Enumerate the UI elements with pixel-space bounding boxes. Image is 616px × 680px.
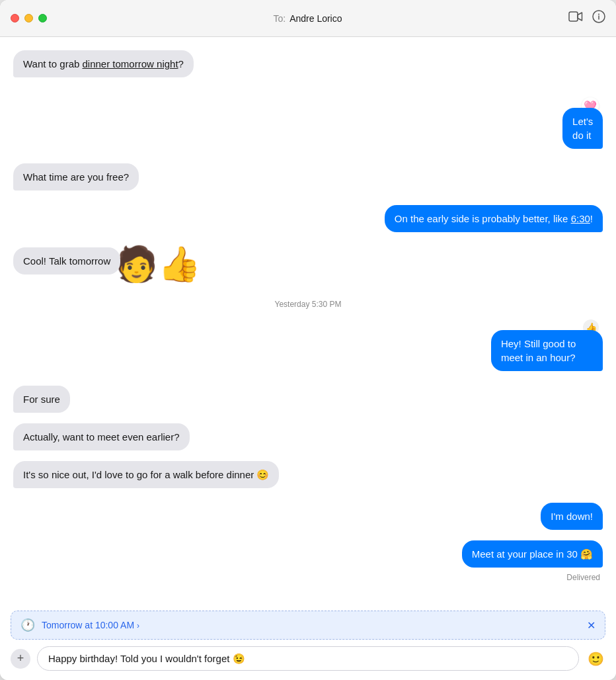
video-camera-icon[interactable] xyxy=(568,11,583,25)
message-bubble: I'm down! xyxy=(541,503,603,530)
to-label: To: xyxy=(273,13,286,24)
scheduled-close-button[interactable]: ✕ xyxy=(587,619,596,632)
messages-area: Want to grab dinner tomorrow night? 🩷 Le… xyxy=(0,37,616,605)
maximize-button[interactable] xyxy=(38,14,47,22)
recipient-name: Andre Lorico xyxy=(289,13,342,24)
message-bubble: On the early side is probably better, li… xyxy=(385,205,603,232)
message-bubble: Hey! Still good to meet in an hour? xyxy=(491,330,603,371)
message-bubble: Cool! Talk tomorrow xyxy=(13,247,120,275)
message-row: Actually, want to meet even earlier? xyxy=(13,423,603,450)
titlebar-actions xyxy=(568,10,605,26)
add-attachment-button[interactable]: + xyxy=(11,649,30,669)
message-input[interactable] xyxy=(37,646,579,671)
message-bubble: Want to grab dinner tomorrow night? xyxy=(13,50,194,77)
message-row: Cool! Talk tomorrow 🧑👍 xyxy=(13,247,603,275)
minimize-button[interactable] xyxy=(24,14,33,22)
message-row: 🩷 Let's do it xyxy=(13,97,603,149)
memoji-sticker: 🧑👍 xyxy=(115,247,201,281)
message-bubble: For sure xyxy=(13,386,70,413)
message-bubble: Meet at your place in 30 🤗 xyxy=(462,540,603,568)
input-area: + 🙂 xyxy=(0,640,616,680)
svg-rect-0 xyxy=(569,12,578,21)
message-bubble: Let's do it xyxy=(562,108,603,149)
message-bubble: It's so nice out, I'd love to go for a w… xyxy=(13,461,279,488)
chevron-right-icon: › xyxy=(137,621,139,630)
message-row: It's so nice out, I'd love to go for a w… xyxy=(13,461,603,488)
traffic-lights xyxy=(11,14,47,22)
titlebar-center: To: Andre Lorico xyxy=(47,13,568,24)
message-row: What time are you free? xyxy=(13,163,603,191)
emoji-picker-button[interactable]: 🙂 xyxy=(586,649,605,669)
message-row: On the early side is probably better, li… xyxy=(13,205,603,232)
scheduled-reminder[interactable]: 🕐 Tomorrow at 10:00 AM › ✕ xyxy=(11,611,605,640)
message-row: I'm down! xyxy=(13,503,603,530)
close-button[interactable] xyxy=(11,14,19,22)
message-bubble: Actually, want to meet even earlier? xyxy=(13,423,190,450)
scheduled-time[interactable]: Tomorrow at 10:00 AM › xyxy=(42,620,575,630)
svg-point-2 xyxy=(598,14,599,15)
message-row: 👍 Hey! Still good to meet in an hour? xyxy=(13,319,603,371)
messages-window: To: Andre Lorico Want to xyxy=(0,0,616,680)
timestamp-separator: Yesterday 5:30 PM xyxy=(13,300,603,309)
message-row: Meet at your place in 30 🤗 xyxy=(13,540,603,568)
delivered-label: Delivered xyxy=(13,573,600,582)
memoji-row: Cool! Talk tomorrow 🧑👍 xyxy=(13,247,201,275)
message-row: For sure xyxy=(13,386,603,413)
clock-icon: 🕐 xyxy=(20,618,35,632)
message-bubble: What time are you free? xyxy=(13,163,139,191)
message-row: Want to grab dinner tomorrow night? xyxy=(13,50,603,77)
titlebar: To: Andre Lorico xyxy=(0,0,616,37)
info-icon[interactable] xyxy=(592,10,605,26)
